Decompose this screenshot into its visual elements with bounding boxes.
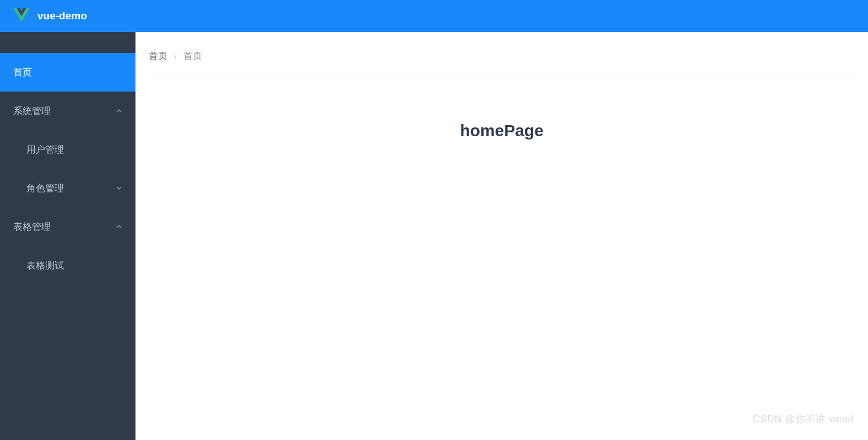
breadcrumb-separator-icon: › bbox=[174, 52, 177, 61]
breadcrumb-item[interactable]: 首页 bbox=[149, 50, 167, 62]
chevron-up-icon bbox=[116, 223, 122, 230]
sidebar-item-table-test[interactable]: 表格测试 bbox=[0, 246, 135, 285]
sidebar-item-label: 角色管理 bbox=[26, 182, 64, 195]
sidebar-item-user-management[interactable]: 用户管理 bbox=[0, 130, 135, 169]
watermark-text: CSDN @你不讲 wood bbox=[753, 412, 854, 426]
app-header: vue-demo bbox=[0, 0, 868, 32]
breadcrumb: 首页 › 首页 bbox=[149, 50, 855, 77]
chevron-down-icon bbox=[116, 185, 122, 191]
app-title: vue-demo bbox=[37, 10, 87, 22]
sidebar-item-label: 首页 bbox=[13, 66, 32, 79]
main-content: 首页 › 首页 homePage CSDN @你不讲 wood bbox=[135, 32, 868, 440]
sidebar-item-home[interactable]: 首页 bbox=[0, 53, 135, 92]
sidebar-item-system-management[interactable]: 系统管理 bbox=[0, 92, 135, 130]
sidebar: 首页 系统管理 用户管理 角色管理 表格管理 表格测试 bbox=[0, 32, 135, 440]
layout: 首页 系统管理 用户管理 角色管理 表格管理 表格测试 bbox=[0, 32, 868, 440]
sidebar-item-label: 表格测试 bbox=[26, 259, 64, 272]
vue-logo-icon bbox=[13, 8, 30, 24]
page-heading: homePage bbox=[149, 121, 855, 140]
logo: vue-demo bbox=[13, 8, 87, 24]
chevron-up-icon bbox=[116, 108, 122, 114]
sidebar-item-role-management[interactable]: 角色管理 bbox=[0, 169, 135, 207]
sidebar-item-label: 系统管理 bbox=[13, 105, 51, 117]
sidebar-item-table-management[interactable]: 表格管理 bbox=[0, 207, 135, 246]
breadcrumb-item-current: 首页 bbox=[183, 50, 202, 62]
sidebar-item-label: 表格管理 bbox=[13, 221, 51, 233]
sidebar-item-label: 用户管理 bbox=[26, 143, 64, 156]
